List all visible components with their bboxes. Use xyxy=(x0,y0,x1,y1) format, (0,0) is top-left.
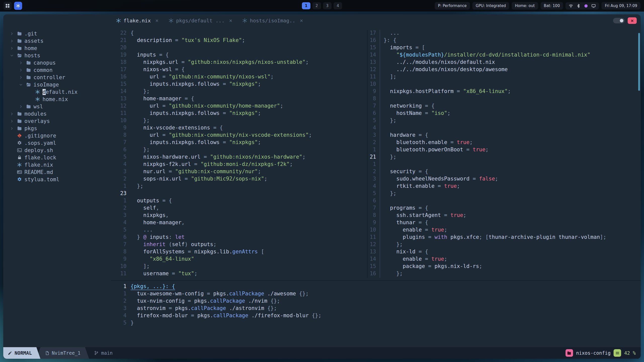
tree-item[interactable]: common xyxy=(3,66,111,74)
editor-right-split[interactable]: 17 ...16}: {15 imports = [14 "${modulesP… xyxy=(368,30,641,278)
scrollbar[interactable] xyxy=(638,33,640,91)
tab-close-icon[interactable]: × xyxy=(155,18,158,24)
tree-item-label: flake.nix xyxy=(24,162,53,168)
code-text: inherit (self) outputs; xyxy=(131,241,216,249)
code-text: }; xyxy=(131,117,150,125)
line-number: 8 xyxy=(368,96,380,103)
line-number: 16 xyxy=(111,74,127,81)
bluetooth-icon[interactable] xyxy=(576,4,581,8)
code-text: security = { xyxy=(384,168,428,176)
code-text: nixpkgs.hostPlatform = "x86_64-linux"; xyxy=(384,88,511,96)
line-number: 11 xyxy=(368,74,380,81)
chevron-right-icon xyxy=(18,75,23,80)
code-text: } xyxy=(131,320,134,327)
tree-item[interactable]: .sops.yaml xyxy=(3,139,111,147)
tree-item[interactable]: assets xyxy=(3,37,111,44)
tree-item[interactable]: overlays xyxy=(3,117,111,125)
buffer-tab[interactable]: hosts/isoImag..× xyxy=(237,14,308,27)
tree-item[interactable]: canopus xyxy=(3,59,111,66)
buffer-tab[interactable]: pkgs/default ...× xyxy=(164,14,237,27)
code-text: hostName = "iso"; xyxy=(384,110,451,117)
tree-item[interactable]: wsl xyxy=(3,103,111,110)
chevron-right-icon xyxy=(9,119,14,124)
code-line: 8 forAllSystems = nixpkgs.lib.genAttrs [ xyxy=(111,249,367,256)
tree-item[interactable]: flake.nix xyxy=(3,161,111,168)
tree-item[interactable]: default.nix xyxy=(3,88,111,96)
code-line: 1{pkgs, ...}: { xyxy=(111,283,641,291)
wifi-icon[interactable] xyxy=(569,4,573,8)
tree-item[interactable]: stylua.toml xyxy=(3,176,111,183)
editor-bottom-split[interactable]: 1{pkgs, ...}: {1 tux-awesome-wm-config =… xyxy=(111,281,641,347)
code-line: 16 url = "github:nix-community/nixos-wsl… xyxy=(111,74,367,81)
line-number: 16 xyxy=(368,37,380,44)
nix-file-icon xyxy=(169,18,174,23)
project-name: nixos-config xyxy=(576,350,611,356)
chevron-right-icon xyxy=(9,46,14,51)
line-number: 13 xyxy=(111,96,127,103)
code-line: 13 ../../modules/nixos/default.nix xyxy=(368,59,641,66)
editor-left-split[interactable]: 22{21 description = "tux's NixOS Flake";… xyxy=(111,30,367,278)
tree-item[interactable]: hosts xyxy=(3,52,111,59)
code-text: url = "github:nix-community/home-manager… xyxy=(131,103,283,110)
code-text: }; xyxy=(384,270,403,278)
line-number: 6 xyxy=(111,234,127,241)
code-text: { xyxy=(131,30,134,37)
tree-item[interactable]: home xyxy=(3,44,111,52)
tree-item[interactable]: home.nix xyxy=(3,96,111,103)
tree-item-label: hosts xyxy=(24,53,40,59)
tree-item-label: wsl xyxy=(33,104,43,110)
line-number: 5 xyxy=(111,154,127,161)
record-icon[interactable] xyxy=(584,4,588,8)
window-close-button[interactable]: × xyxy=(628,17,637,24)
workspace-button[interactable]: 2 xyxy=(312,2,321,9)
window-controls: × xyxy=(613,17,641,24)
line-number: 11 xyxy=(368,234,380,241)
logo-button[interactable] xyxy=(14,2,22,10)
code-text: "${modulesPath}/installer/cd-dvd/install… xyxy=(384,52,590,59)
tree-item[interactable]: .gitignore xyxy=(3,132,111,139)
tree-item[interactable]: README.md xyxy=(3,168,111,176)
lock-icon xyxy=(17,155,22,160)
tree-item[interactable]: modules xyxy=(3,110,111,117)
window-toggle[interactable] xyxy=(613,18,625,23)
line-number: 5 xyxy=(111,227,127,234)
folder-icon xyxy=(17,111,22,117)
code-line: 1 xyxy=(368,161,641,168)
code-text: firefox-mod-blur = pkgs.callPackage ./fi… xyxy=(131,312,321,320)
code-line: 4 firefox-mod-blur = pkgs.callPackage ./… xyxy=(111,312,641,320)
buffer-tab[interactable]: flake.nix× xyxy=(111,14,164,27)
tree-item[interactable]: pkgs xyxy=(3,125,111,132)
nvimtree-file-explorer[interactable]: .gitassetshomehostscanopuscommoncontroll… xyxy=(3,27,111,347)
tree-item[interactable]: controller xyxy=(3,74,111,81)
tree-item[interactable]: flake.lock xyxy=(3,154,111,161)
line-number: 8 xyxy=(111,132,127,139)
code-line: 2 security = { xyxy=(368,168,641,176)
statusline: NORMAL NvimTree_1 main nixos-config 42 % xyxy=(3,347,641,359)
tree-item[interactable]: .git xyxy=(3,30,111,37)
tab-close-icon[interactable]: × xyxy=(229,18,232,24)
code-text: tux-awesome-wm-config = pkgs.callPackage… xyxy=(131,291,309,298)
line-number: 13 xyxy=(368,249,380,256)
tree-item[interactable]: deploy.sh xyxy=(3,147,111,154)
line-number: 4 xyxy=(111,161,127,168)
workspace-button[interactable]: 3 xyxy=(323,2,332,9)
line-number: 1 xyxy=(111,198,127,205)
display-icon[interactable] xyxy=(591,4,596,8)
chevron-down-icon xyxy=(18,82,23,87)
apps-launcher-button[interactable] xyxy=(4,2,12,10)
code-text: }; xyxy=(384,190,396,198)
tree-item-label: .git xyxy=(24,31,37,37)
chevron-spacer xyxy=(9,141,14,146)
tab-close-icon[interactable]: × xyxy=(300,18,303,24)
code-line: 5 nixos-hardware.url = "github:nixos/nix… xyxy=(111,154,367,161)
folder-icon xyxy=(567,351,571,355)
code-text: nur.url = "github:nix-community/nur"; xyxy=(131,168,261,176)
tree-item-label: README.md xyxy=(24,169,53,175)
tree-item[interactable]: isoImage xyxy=(3,81,111,88)
code-line: 3 astronvim = pkgs.callPackage ./astronv… xyxy=(111,305,641,312)
workspace-button[interactable]: 4 xyxy=(334,2,342,9)
code-line: 5 ... xyxy=(111,227,367,234)
chevron-right-icon xyxy=(18,60,23,65)
apps-grid-icon xyxy=(5,4,10,8)
workspace-button[interactable]: 1 xyxy=(302,2,310,9)
